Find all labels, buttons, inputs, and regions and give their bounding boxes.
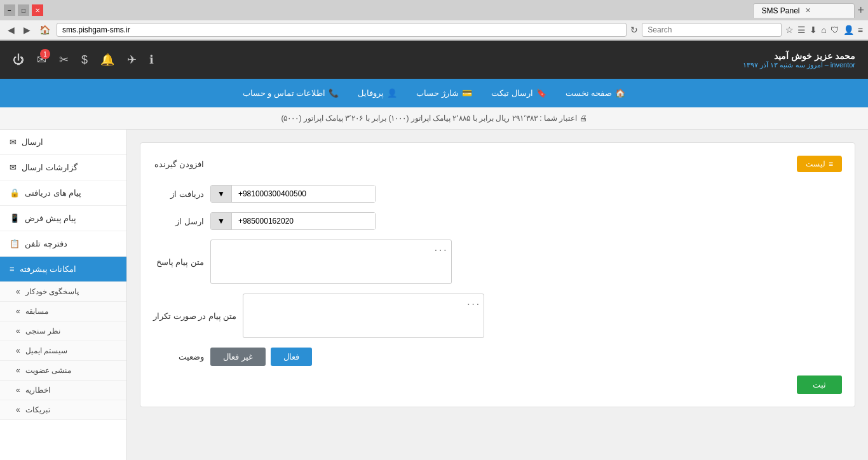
repeat-text-input[interactable]	[243, 294, 484, 338]
browser-tab[interactable]: SMS Panel ✕	[753, 3, 855, 18]
phonebook-icon: 📋	[10, 239, 20, 248]
mail-badge: 1	[40, 49, 50, 59]
inactive-button[interactable]: غیر فعال	[210, 348, 266, 366]
blue-nav: 🏠 صفحه نخست 🔖 ارسال تیکت 💳 شارژ حساب 👤 پ…	[0, 79, 868, 107]
info-icon[interactable]: ℹ	[149, 53, 154, 67]
sidebar-sub-survey[interactable]: نظر سنجی »	[0, 321, 126, 341]
sidebar-sub-email[interactable]: سیستم ایمیل »	[0, 341, 126, 361]
autoresponder-icon: »	[16, 287, 20, 296]
download-icon[interactable]: ⬇	[810, 25, 817, 35]
receive-from-select[interactable]: ▼	[210, 185, 376, 203]
nav-item-ticket[interactable]: 🔖 ارسال تیکت	[491, 88, 546, 98]
tag-icon[interactable]: ✂	[59, 53, 69, 67]
list-button[interactable]: ≡ لیست	[797, 156, 842, 172]
sidebar-item-phonebook[interactable]: دفترچه تلفن 📋	[0, 231, 126, 257]
nav-item-charge[interactable]: 💳 شارژ حساب	[416, 88, 472, 98]
send-sidebar-label: ارسال	[22, 137, 43, 147]
sidebar-sub-membership[interactable]: منشی عضویت »	[0, 361, 126, 381]
charge-icon: 💳	[462, 88, 472, 98]
tab-title: SMS Panel	[761, 6, 799, 15]
maximize-button[interactable]: □	[18, 4, 29, 16]
info-text: اعتبار شما : ۲۹۱٬۳۸۳ ریال برابر با ۲٬۸۸۵…	[281, 114, 577, 123]
shield-icon[interactable]: 🛡	[831, 25, 839, 35]
bell-icon[interactable]: 🔔	[100, 53, 114, 67]
window-controls: − □ ✕	[4, 4, 43, 16]
power-icon[interactable]: ⏻	[13, 53, 24, 67]
ticket-icon: 🔖	[536, 88, 546, 98]
sidebar-item-default-msg[interactable]: پیام پیش فرض 📱	[0, 206, 126, 231]
contest-icon: »	[16, 307, 20, 316]
forward-button[interactable]: ▶	[21, 24, 33, 36]
sidebar-sub-congrats[interactable]: تبریکات »	[0, 400, 126, 420]
send-from-input[interactable]	[232, 213, 375, 229]
add-recipient-row: ≡ لیست افزودن گیرنده	[153, 156, 842, 172]
receive-from-dropdown-btn[interactable]: ▼	[211, 186, 232, 202]
receive-from-row: ▼ دریافت از	[153, 185, 842, 203]
default-msg-icon: 📱	[10, 213, 20, 223]
advanced-icon: ≡	[10, 264, 15, 274]
reader-icon[interactable]: ☰	[797, 25, 806, 35]
email-label: سیستم ایمیل	[25, 346, 67, 355]
subtitle-separator: –	[823, 61, 829, 69]
profile-nav-icon: 👤	[387, 88, 397, 98]
mail-icon[interactable]: ✉ 1	[37, 53, 46, 67]
phonebook-label: دفترچه تلفن	[25, 239, 67, 248]
reports-sidebar-label: گزارشات ارسال	[22, 163, 78, 172]
sidebar-item-reports[interactable]: گزارشات ارسال ✉	[0, 155, 126, 180]
subtitle-date: امروز سه شنبه ۱۳ آذر ۱۳۹۷	[743, 61, 822, 69]
sidebar-sub-autoresponder[interactable]: پاسخگوی خودکار »	[0, 282, 126, 302]
home-button[interactable]: 🏠	[37, 24, 53, 36]
nav-item-home[interactable]: 🏠 صفحه نخست	[566, 88, 626, 98]
back-button[interactable]: ◀	[5, 24, 17, 36]
profile-icon[interactable]: 👤	[843, 25, 854, 35]
submit-button[interactable]: ثبت	[797, 375, 842, 394]
refresh-button[interactable]: ↻	[630, 25, 638, 35]
nav-item-contact[interactable]: 📞 اطلاعات تماس و حساب	[243, 88, 339, 98]
warning-icon: »	[16, 386, 20, 395]
home-nav-icon[interactable]: ⌂	[821, 25, 826, 35]
bookmark-icon[interactable]: ☆	[785, 25, 794, 35]
toolbar-icons: ☆ ☰ ⬇ ⌂ 🛡 👤 ≡	[785, 25, 863, 35]
survey-icon: »	[16, 327, 20, 335]
add-recipient-label: افزودن گیرنده	[153, 159, 204, 169]
send-icon[interactable]: ✈	[127, 53, 137, 67]
send-from-row: ▼ ارسل از	[153, 212, 842, 230]
send-from-dropdown-btn[interactable]: ▼	[211, 213, 232, 229]
advanced-label: امکانات پیشرفته	[20, 264, 77, 274]
autoresponder-label: پاسخگوی خودکار	[25, 287, 79, 296]
receive-from-input[interactable]	[232, 186, 375, 202]
main-layout: ارسال ✉ گزارشات ارسال ✉ پیام های دریافتی…	[0, 130, 868, 460]
reply-text-input[interactable]	[210, 240, 452, 284]
minimize-button[interactable]: −	[4, 4, 15, 16]
tab-close-icon[interactable]: ✕	[805, 6, 811, 15]
contact-icon: 📞	[329, 88, 339, 98]
contest-label: مسابقه	[25, 307, 48, 316]
top-nav-right: محمد عزیز خوش آمید inventor – امروز سه ش…	[743, 51, 855, 69]
receive-from-label: دریافت از	[153, 189, 204, 199]
sidebar-item-advanced[interactable]: امکانات پیشرفته ≡	[0, 257, 126, 282]
membership-label: منشی عضویت	[25, 366, 71, 375]
nav-item-charge-label: شارژ حساب	[416, 88, 459, 98]
sidebar-sub-warning[interactable]: اخطاریه »	[0, 381, 126, 400]
survey-label: نظر سنجی	[25, 327, 60, 335]
list-icon: ≡	[829, 159, 833, 168]
inbox-sidebar-label: پیام های دریافتی	[25, 188, 81, 198]
info-bar: 🖨 اعتبار شما : ۲۹۱٬۳۸۳ ریال برابر با ۲٬۸…	[0, 107, 868, 130]
nav-item-profile[interactable]: 👤 پروفایل	[358, 88, 397, 98]
address-input[interactable]	[57, 23, 627, 37]
sidebar-item-send[interactable]: ارسال ✉	[0, 130, 126, 155]
sidebar-sub-contest[interactable]: مسابقه »	[0, 302, 126, 321]
status-row: غیر فعال فعال وضعیت	[153, 348, 842, 366]
menu-icon[interactable]: ≡	[858, 25, 863, 35]
search-input[interactable]	[642, 23, 782, 37]
sidebar-item-inbox[interactable]: پیام های دریافتی 🔒	[0, 180, 126, 206]
top-nav-left: ⏻ ✉ 1 ✂ $ 🔔 ✈ ℹ	[13, 53, 154, 67]
new-tab-button[interactable]: +	[857, 4, 864, 17]
list-btn-label: لیست	[806, 159, 825, 168]
reports-sidebar-icon: ✉	[10, 163, 17, 172]
send-from-select[interactable]: ▼	[210, 212, 376, 230]
warning-label: اخطاریه	[25, 386, 50, 395]
close-button[interactable]: ✕	[32, 4, 43, 16]
active-button[interactable]: فعال	[271, 348, 312, 366]
dollar-icon[interactable]: $	[81, 53, 88, 67]
